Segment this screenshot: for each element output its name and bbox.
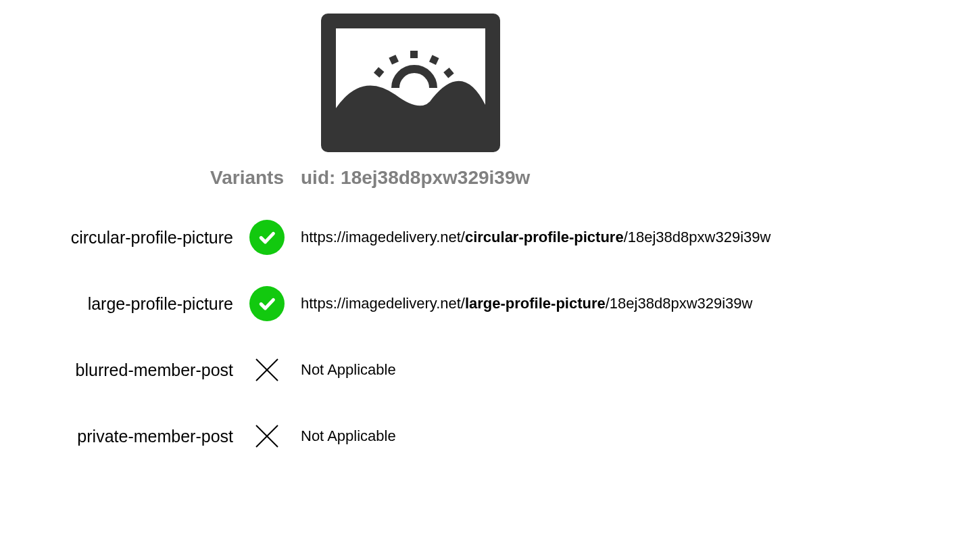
status-ok — [233, 286, 301, 321]
svg-rect-2 — [410, 51, 418, 58]
na-label: Not Applicable — [301, 361, 396, 378]
url-variant-segment: large-profile-picture — [465, 295, 606, 312]
url-base: https://imagedelivery.net/ — [301, 229, 465, 245]
image-placeholder-icon — [321, 14, 980, 155]
url-uid-segment: /18ej38d8pxw329i39w — [624, 229, 771, 245]
x-icon — [253, 356, 280, 383]
variant-url: https://imagedelivery.net/large-profile-… — [301, 295, 752, 312]
x-icon — [253, 423, 280, 450]
check-circle-icon — [249, 220, 285, 255]
variant-row: circular-profile-picturehttps://imagedel… — [0, 210, 980, 264]
variant-name: large-profile-picture — [0, 294, 233, 314]
not-applicable-text: Not Applicable — [301, 427, 396, 445]
url-variant-segment: circular-profile-picture — [465, 229, 624, 245]
uid-heading: uid: 18ej38d8pxw329i39w — [301, 167, 530, 189]
url-base: https://imagedelivery.net/ — [301, 295, 465, 312]
status-na — [233, 356, 301, 383]
variant-name: circular-profile-picture — [0, 228, 233, 248]
status-ok — [233, 220, 301, 255]
na-label: Not Applicable — [301, 427, 396, 444]
url-uid-segment: /18ej38d8pxw329i39w — [606, 295, 753, 312]
variants-heading: Variants — [0, 167, 301, 189]
variant-row: private-member-postNot Applicable — [0, 409, 980, 463]
variant-name: private-member-post — [0, 427, 233, 446]
variant-row: large-profile-picturehttps://imagedelive… — [0, 277, 980, 331]
not-applicable-text: Not Applicable — [301, 361, 396, 379]
variant-url: https://imagedelivery.net/circular-profi… — [301, 229, 770, 246]
status-na — [233, 423, 301, 450]
variant-row: blurred-member-postNot Applicable — [0, 343, 980, 397]
variant-name: blurred-member-post — [0, 360, 233, 380]
check-circle-icon — [249, 286, 285, 321]
